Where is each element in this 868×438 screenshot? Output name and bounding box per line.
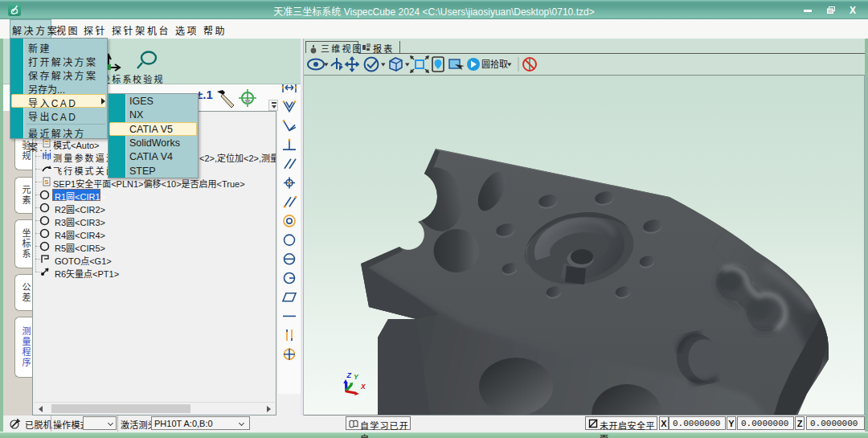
svg-text:圆拾取: 圆拾取 <box>481 59 508 69</box>
svg-text:S: S <box>44 178 49 186</box>
svg-text:Z: Z <box>346 371 352 379</box>
svg-text:Y: Y <box>354 373 359 381</box>
svg-text:X: X <box>360 383 366 391</box>
